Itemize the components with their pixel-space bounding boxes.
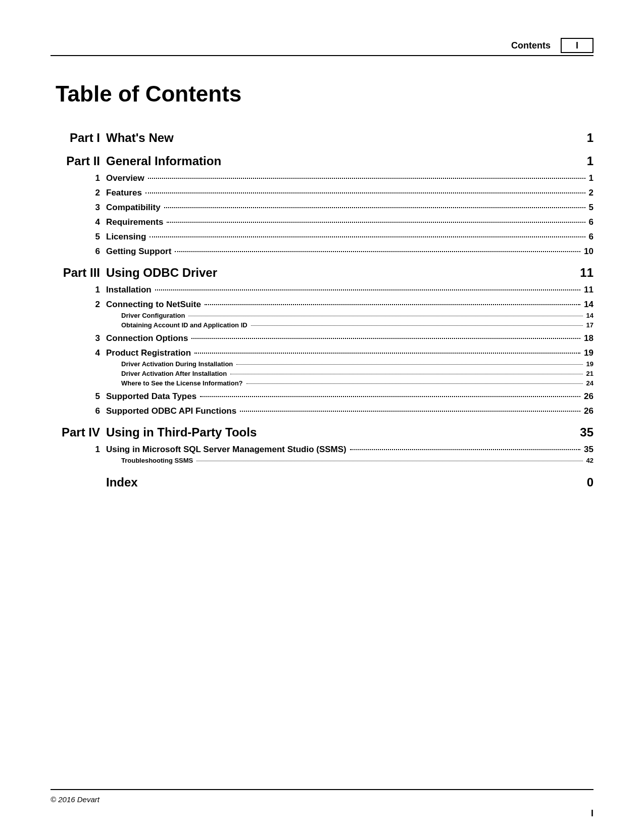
toc-section-row[interactable]: 5Supported Data Types26 [51, 391, 593, 402]
section-title: Getting Support [106, 247, 173, 257]
toc-part-row[interactable]: Part IIGeneral Information1 [51, 154, 593, 168]
toc-section-row[interactable]: 2Features2 [51, 188, 593, 198]
section-number: 1 [51, 445, 106, 455]
section-page: 6 [587, 217, 593, 227]
leader-dots [230, 374, 582, 374]
section-title: Licensing [106, 232, 148, 242]
section-title: Features [106, 188, 144, 198]
toc-index-row[interactable]: Index0 [51, 475, 593, 489]
subsection-leader: Troubleshooting SSMS42 [121, 457, 593, 464]
toc-section-row[interactable]: 4Product Registration19 [51, 348, 593, 358]
section-page: 1 [587, 173, 593, 183]
page-header: Contents I [51, 38, 593, 56]
toc-title: Table of Contents [56, 81, 593, 107]
section-leader: Installation11 [106, 285, 593, 295]
leader-dots [196, 461, 582, 461]
leader-dots [188, 316, 582, 316]
section-page: 5 [587, 203, 593, 213]
section-leader: Using in Microsoft SQL Server Management… [106, 445, 593, 455]
section-number: 6 [51, 247, 106, 257]
part-page: 1 [573, 154, 593, 168]
section-leader: Overview1 [106, 173, 593, 183]
leader-dots [240, 411, 580, 412]
part-page: 11 [573, 266, 593, 280]
section-title: Overview [106, 173, 146, 183]
toc-section-row[interactable]: 1Using in Microsoft SQL Server Managemen… [51, 445, 593, 455]
toc-subsection-row[interactable]: Troubleshooting SSMS42 [121, 457, 593, 464]
toc-body: Part IWhat's New1Part IIGeneral Informat… [51, 122, 593, 789]
toc-subsection-row[interactable]: Driver Activation After Installation21 [121, 370, 593, 377]
section-title: Requirements [106, 217, 165, 227]
toc-section-row[interactable]: 1Installation11 [51, 285, 593, 295]
part-title: What's New [106, 131, 573, 145]
leader-dots [150, 236, 585, 237]
leader-dots [164, 207, 585, 208]
leader-dots [167, 222, 585, 223]
section-leader: Getting Support10 [106, 247, 593, 257]
section-leader: Compatibility5 [106, 203, 593, 213]
toc-part-row[interactable]: Part IVUsing in Third-Party Tools35 [51, 425, 593, 439]
corner-page-numeral: I [591, 808, 593, 819]
subsection-page: 17 [584, 321, 593, 329]
toc-subsection-row[interactable]: Driver Configuration14 [121, 312, 593, 319]
part-page: 35 [573, 425, 593, 439]
leader-dots [246, 383, 583, 384]
subsection-leader: Obtaining Account ID and Application ID1… [121, 321, 593, 329]
toc-section-row[interactable]: 1Overview1 [51, 173, 593, 183]
toc-subsection-row[interactable]: Where to See the License Information?24 [121, 379, 593, 387]
toc-subsection-row[interactable]: Driver Activation During Installation19 [121, 360, 593, 368]
section-page: 26 [582, 391, 593, 402]
toc-part-row[interactable]: Part IIIUsing ODBC Driver11 [51, 266, 593, 280]
subsection-leader: Driver Configuration14 [121, 312, 593, 319]
section-leader: Requirements6 [106, 217, 593, 227]
section-title: Connecting to NetSuite [106, 300, 203, 310]
subsection-title: Obtaining Account ID and Application ID [121, 321, 250, 329]
subsection-page: 24 [584, 379, 593, 387]
part-number: Part III [51, 266, 106, 280]
toc-section-row[interactable]: 6Supported ODBC API Functions26 [51, 406, 593, 416]
part-number: Part I [51, 131, 106, 145]
toc-section-row[interactable]: 6Getting Support10 [51, 247, 593, 257]
section-leader: Product Registration19 [106, 348, 593, 358]
toc-part-row[interactable]: Part IWhat's New1 [51, 131, 593, 145]
section-title: Using in Microsoft SQL Server Management… [106, 445, 349, 455]
leader-dots [155, 289, 580, 290]
section-leader: Connection Options18 [106, 333, 593, 344]
leader-dots [236, 364, 582, 365]
subsection-page: 14 [584, 312, 593, 319]
subsection-page: 42 [584, 457, 593, 464]
toc-section-row[interactable]: 2Connecting to NetSuite14 [51, 300, 593, 310]
part-title: General Information [106, 154, 573, 168]
toc-section-row[interactable]: 5Licensing6 [51, 232, 593, 242]
section-title: Product Registration [106, 348, 193, 358]
index-page: 0 [587, 475, 593, 489]
section-number: 1 [51, 285, 106, 295]
section-leader: Supported ODBC API Functions26 [106, 406, 593, 416]
toc-subsection-row[interactable]: Obtaining Account ID and Application ID1… [121, 321, 593, 329]
subsection-title: Where to See the License Information? [121, 379, 245, 387]
section-number: 4 [51, 217, 106, 227]
index-title: Index [106, 475, 587, 489]
section-number: 5 [51, 232, 106, 242]
toc-section-row[interactable]: 3Connection Options18 [51, 333, 593, 344]
part-title: Using ODBC Driver [106, 266, 573, 280]
section-title: Compatibility [106, 203, 163, 213]
part-number: Part II [51, 154, 106, 168]
section-page: 18 [582, 333, 593, 344]
toc-section-row[interactable]: 3Compatibility5 [51, 203, 593, 213]
subsection-title: Driver Activation During Installation [121, 360, 235, 368]
header-page-box: I [561, 38, 593, 53]
section-title: Supported ODBC API Functions [106, 406, 238, 416]
leader-dots [251, 325, 583, 326]
copyright-text: © 2016 Devart [51, 795, 100, 804]
subsection-leader: Driver Activation During Installation19 [121, 360, 593, 368]
section-page: 11 [582, 285, 593, 295]
toc-section-row[interactable]: 4Requirements6 [51, 217, 593, 227]
section-number: 2 [51, 300, 106, 310]
subsection-title: Driver Configuration [121, 312, 187, 319]
section-number: 6 [51, 406, 106, 416]
leader-dots [194, 353, 580, 354]
leader-dots [175, 251, 580, 252]
leader-dots [148, 178, 585, 179]
header-label: Contents [511, 40, 551, 51]
